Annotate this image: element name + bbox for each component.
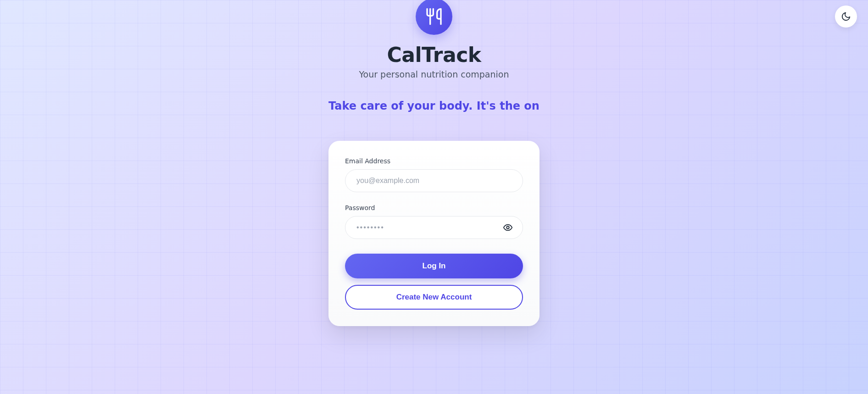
password-input-wrapper [345, 216, 523, 239]
email-label: Email Address [345, 157, 523, 165]
create-account-button[interactable]: Create New Account [345, 285, 523, 310]
login-card: Email Address Password Log In Create New… [328, 141, 540, 326]
app-logo [416, 0, 452, 35]
app-subtitle: Your personal nutrition companion [359, 69, 509, 79]
moon-icon [841, 11, 851, 22]
svg-point-0 [506, 226, 509, 229]
theme-toggle-button[interactable] [835, 6, 857, 28]
email-input[interactable] [345, 169, 523, 192]
utensils-icon [425, 7, 443, 26]
toggle-password-visibility-button[interactable] [501, 221, 515, 234]
marquee-container: Take care of your body. It's the only pl… [328, 100, 540, 112]
password-label: Password [345, 204, 523, 211]
eye-icon [503, 222, 513, 233]
email-input-wrapper [345, 169, 523, 192]
app-title: CalTrack [387, 43, 481, 67]
marquee-text: Take care of your body. It's the only pl… [328, 100, 540, 112]
main-container: CalTrack Your personal nutrition compani… [315, 0, 553, 326]
password-input[interactable] [345, 216, 523, 239]
login-button[interactable]: Log In [345, 254, 523, 278]
